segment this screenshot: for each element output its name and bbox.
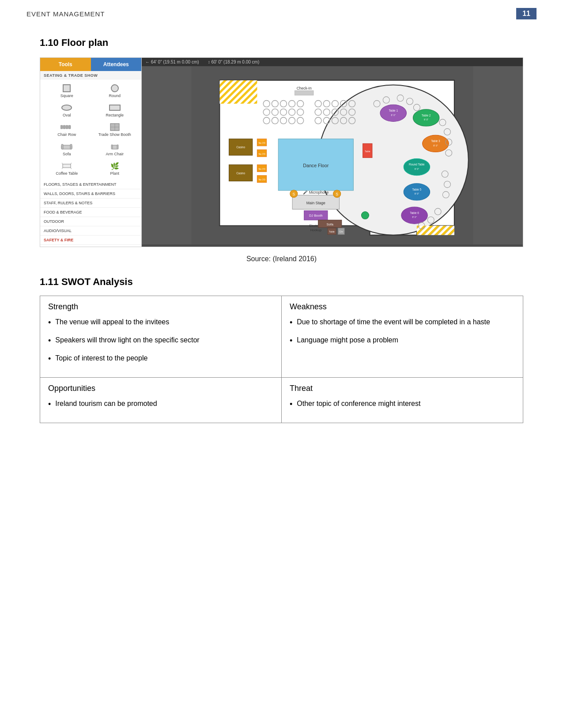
floor-plan-map: ← 64' 0" (19.51 m 0.00 cm) ↕ 60' 0" (18.… bbox=[142, 58, 523, 247]
svg-text:Dance Floor: Dance Floor bbox=[303, 163, 329, 168]
svg-rect-12 bbox=[117, 145, 118, 149]
swot-strength-cell: Strength The venue will appeal to the in… bbox=[40, 296, 282, 378]
svg-text:🎤 Microphone: 🎤 Microphone bbox=[303, 190, 329, 195]
main-content: 1.10 Floor plan Tools Attendees SEATING … bbox=[0, 24, 563, 441]
tool-coffeetable[interactable]: Coffee Table bbox=[44, 160, 90, 177]
svg-text:Table 2: Table 2 bbox=[422, 114, 431, 117]
svg-line-17 bbox=[71, 168, 72, 169]
svg-text:Table 1: Table 1 bbox=[389, 109, 398, 112]
svg-text:8' 0": 8' 0" bbox=[424, 118, 428, 121]
source-caption: Source: (Ireland 2016) bbox=[40, 255, 523, 263]
svg-text:Main Stage: Main Stage bbox=[306, 201, 325, 205]
floor-plan-section: 1.10 Floor plan Tools Attendees SEATING … bbox=[40, 37, 523, 263]
list-item: Due to shortage of time the event will b… bbox=[290, 317, 515, 329]
category-walls[interactable]: WALLS, DOORS, STAIRS & BARRIERS bbox=[40, 189, 141, 199]
tool-sofa[interactable]: Sofa bbox=[44, 140, 90, 158]
swot-opportunities-list: Ireland tourism can be promoted bbox=[48, 398, 273, 410]
svg-rect-1 bbox=[63, 125, 65, 129]
svg-point-71 bbox=[423, 135, 449, 152]
svg-text:Sofa: Sofa bbox=[327, 222, 334, 226]
svg-text:Casino: Casino bbox=[236, 146, 245, 149]
floor-plan-canvas[interactable]: Check-In bbox=[142, 66, 523, 244]
header: EVENT MANAGEMENT 11 bbox=[0, 0, 563, 24]
svg-rect-2 bbox=[66, 125, 68, 129]
svg-rect-8 bbox=[61, 144, 63, 149]
tool-square[interactable]: Square bbox=[44, 82, 90, 100]
floor-plan-topbar: ← 64' 0" (19.51 m 0.00 cm) ↕ 60' 0" (18.… bbox=[142, 58, 523, 66]
topbar-text1: ← 64' 0" (19.51 m 0.00 cm) bbox=[145, 60, 199, 64]
list-item: Language might pose a problem bbox=[290, 335, 515, 347]
tools-tabs: Tools Attendees bbox=[40, 58, 141, 71]
svg-text:S: S bbox=[292, 192, 295, 196]
svg-text:Table: Table bbox=[329, 230, 335, 233]
tab-tools[interactable]: Tools bbox=[40, 58, 91, 71]
swot-opportunities-cell: Opportunities Ireland tourism can be pro… bbox=[40, 378, 282, 423]
svg-point-80 bbox=[401, 207, 428, 224]
svg-text:8' 0": 8' 0" bbox=[412, 216, 416, 218]
svg-text:No 3'0: No 3'0 bbox=[258, 153, 265, 155]
svg-text:Casino: Casino bbox=[236, 172, 245, 175]
seating-category: SEATING & TRADE SHOW bbox=[40, 71, 141, 79]
svg-text:8' 0": 8' 0" bbox=[433, 144, 438, 147]
list-item: Speakers will throw light on the specifi… bbox=[48, 335, 273, 347]
tools-panel: Tools Attendees SEATING & TRADE SHOW Squ… bbox=[40, 58, 142, 247]
svg-point-116 bbox=[361, 212, 369, 219]
svg-line-15 bbox=[71, 163, 72, 164]
list-item: Ireland tourism can be promoted bbox=[48, 398, 273, 410]
tool-round[interactable]: Round bbox=[92, 82, 138, 100]
category-transport[interactable]: TRANSPORTATION bbox=[40, 245, 141, 247]
svg-rect-0 bbox=[60, 125, 63, 129]
topbar-text2: ↕ 60' 0" (18.29 m 0.00 cm) bbox=[208, 60, 260, 64]
list-item: The venue will appeal to the invitees bbox=[48, 317, 273, 329]
tab-attendees[interactable]: Attendees bbox=[91, 58, 142, 71]
svg-text:8' 0": 8' 0" bbox=[391, 114, 396, 116]
svg-point-63 bbox=[380, 105, 407, 121]
svg-text:Table 6: Table 6 bbox=[410, 211, 419, 214]
list-item: Topic of interest to the people bbox=[48, 353, 273, 365]
tool-plant[interactable]: 🌿 Plant bbox=[92, 160, 138, 177]
svg-text:8' 0": 8' 0" bbox=[415, 168, 419, 170]
svg-rect-9 bbox=[70, 144, 72, 149]
tool-rectangle[interactable]: Rectangle bbox=[92, 101, 138, 119]
swot-weakness-title: Weakness bbox=[290, 302, 515, 311]
swot-heading: 1.11 SWOT Analysis bbox=[40, 276, 523, 288]
svg-line-16 bbox=[62, 168, 63, 169]
svg-point-66 bbox=[413, 109, 439, 126]
svg-text:Check-In: Check-In bbox=[297, 86, 312, 90]
tool-tradeshowbooth[interactable]: Trade Show Booth bbox=[92, 121, 138, 139]
svg-rect-23 bbox=[295, 90, 314, 95]
swot-threat-cell: Threat Other topic of conference might i… bbox=[282, 378, 523, 423]
svg-text:No 3'0: No 3'0 bbox=[258, 168, 265, 170]
tool-chairrow[interactable]: Chair Row bbox=[44, 121, 90, 139]
svg-rect-3 bbox=[68, 125, 71, 129]
svg-text:Table: Table bbox=[365, 150, 370, 153]
swot-weakness-list: Due to shortage of time the event will b… bbox=[290, 317, 515, 347]
swot-section: 1.11 SWOT Analysis Strength The venue wi… bbox=[40, 276, 523, 423]
svg-text:No 3'0: No 3'0 bbox=[258, 178, 265, 181]
swot-table: Strength The venue will appeal to the in… bbox=[40, 296, 523, 423]
list-item: Other topic of conference might interest bbox=[290, 398, 515, 410]
header-title: EVENT MANAGEMENT bbox=[26, 10, 105, 18]
category-food[interactable]: FOOD & BEVERAGE bbox=[40, 208, 141, 217]
tool-armchair[interactable]: Arm Chair bbox=[92, 140, 138, 158]
category-outdoor[interactable]: OUTDOOR bbox=[40, 217, 141, 226]
category-floors[interactable]: FLOORS, STAGES & ENTERTAINMENT bbox=[40, 180, 141, 189]
tool-oval[interactable]: Oval bbox=[44, 101, 90, 119]
svg-point-74 bbox=[404, 158, 430, 175]
category-safety[interactable]: SAFETY & FIRE bbox=[40, 236, 141, 245]
svg-rect-10 bbox=[112, 145, 117, 149]
svg-text:Table 5: Table 5 bbox=[412, 188, 422, 191]
category-staff[interactable]: STAFF, RULERS & NOTES bbox=[40, 199, 141, 208]
swot-threat-title: Threat bbox=[290, 384, 515, 393]
svg-rect-13 bbox=[63, 164, 71, 168]
svg-text:8' 0": 8' 0" bbox=[415, 192, 419, 195]
swot-strength-list: The venue will appeal to the invitees Sp… bbox=[48, 317, 273, 365]
swot-threat-list: Other topic of conference might interest bbox=[290, 398, 515, 410]
svg-text:DJ Booth: DJ Booth bbox=[309, 214, 323, 218]
category-av[interactable]: AUDIO/VISUAL bbox=[40, 226, 141, 236]
svg-rect-11 bbox=[111, 145, 113, 149]
svg-text:Chr: Chr bbox=[339, 230, 343, 233]
floor-plan-container: Tools Attendees SEATING & TRADE SHOW Squ… bbox=[40, 57, 523, 247]
svg-point-77 bbox=[404, 184, 430, 200]
swot-weakness-cell: Weakness Due to shortage of time the eve… bbox=[282, 296, 523, 378]
